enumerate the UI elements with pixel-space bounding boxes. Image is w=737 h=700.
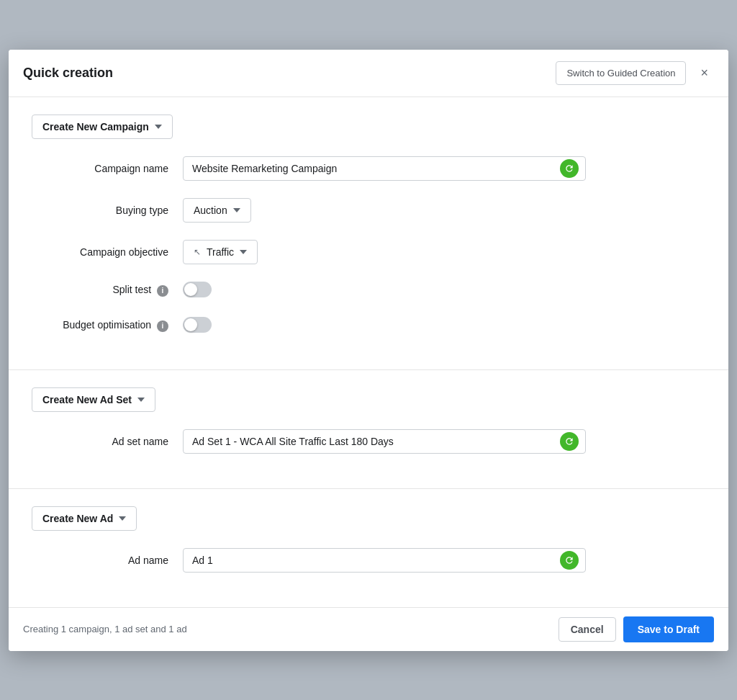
split-test-slider (183, 282, 212, 297)
ad-set-chevron-icon (137, 398, 145, 402)
modal-title: Quick creation (23, 66, 113, 81)
campaign-objective-dropdown[interactable]: ↖ Traffic (183, 240, 258, 264)
buying-type-chevron-icon (233, 208, 240, 212)
ad-name-wrapper (183, 548, 586, 573)
ad-name-input[interactable] (183, 548, 586, 573)
ad-set-name-wrapper (183, 429, 586, 454)
create-ad-label: Create New Ad (42, 513, 113, 524)
ad-name-refresh-icon[interactable] (560, 551, 579, 570)
modal-overlay: Quick creation Switch to Guided Creation… (0, 0, 737, 700)
create-ad-set-label: Create New Ad Set (42, 394, 132, 405)
ad-section: Create New Ad Ad name (9, 489, 728, 607)
save-draft-button[interactable]: Save to Draft (623, 616, 714, 642)
budget-optimisation-info-icon[interactable]: i (157, 320, 168, 332)
campaign-objective-wrapper: ↖ Traffic (183, 240, 586, 264)
campaign-name-row: Campaign name (32, 156, 705, 181)
budget-optimisation-row: Budget optimisation i (32, 317, 705, 335)
header-actions: Switch to Guided Creation × (556, 61, 714, 85)
campaign-name-refresh-icon[interactable] (560, 159, 579, 178)
cancel-button[interactable]: Cancel (559, 617, 616, 642)
modal-body: Create New Campaign Campaign name Buy (9, 97, 728, 607)
split-test-row: Split test i (32, 282, 705, 300)
campaign-section: Create New Campaign Campaign name Buy (9, 97, 728, 369)
campaign-name-input[interactable] (183, 156, 586, 181)
create-ad-button[interactable]: Create New Ad (32, 506, 137, 531)
ad-set-name-label: Ad set name (32, 436, 183, 447)
create-ad-set-button[interactable]: Create New Ad Set (32, 387, 155, 412)
objective-chevron-icon (240, 250, 247, 254)
switch-guided-button[interactable]: Switch to Guided Creation (556, 61, 686, 85)
split-test-info-icon[interactable]: i (157, 285, 168, 297)
buying-type-dropdown[interactable]: Auction (183, 198, 251, 223)
buying-type-value: Auction (194, 205, 227, 216)
create-campaign-label: Create New Campaign (42, 121, 149, 133)
campaign-name-wrapper (183, 156, 586, 181)
ad-chevron-icon (119, 516, 126, 521)
cursor-icon: ↖ (194, 247, 201, 257)
campaign-objective-row: Campaign objective ↖ Traffic (32, 240, 705, 264)
close-button[interactable]: × (695, 63, 714, 82)
campaign-name-label: Campaign name (32, 163, 183, 174)
ad-name-row: Ad name (32, 548, 705, 573)
split-test-label: Split test i (32, 284, 183, 297)
modal-footer: Creating 1 campaign, 1 ad set and 1 ad C… (9, 607, 728, 651)
ad-set-name-input[interactable] (183, 429, 586, 454)
buying-type-label: Buying type (32, 205, 183, 216)
footer-actions: Cancel Save to Draft (559, 616, 714, 642)
ad-set-name-refresh-icon[interactable] (560, 432, 579, 451)
campaign-objective-label: Campaign objective (32, 246, 183, 258)
budget-optimisation-toggle-wrapper (183, 317, 586, 335)
modal-header: Quick creation Switch to Guided Creation… (9, 50, 728, 97)
buying-type-wrapper: Auction (183, 198, 586, 223)
ad-set-refresh-svg (564, 436, 574, 447)
ad-set-name-row: Ad set name (32, 429, 705, 454)
chevron-down-icon (155, 125, 162, 129)
create-campaign-button[interactable]: Create New Campaign (32, 115, 173, 139)
split-test-toggle-wrapper (183, 282, 586, 300)
budget-optimisation-slider (183, 317, 212, 333)
campaign-objective-value: Traffic (207, 246, 234, 258)
buying-type-row: Buying type Auction (32, 198, 705, 223)
split-test-toggle[interactable] (183, 282, 212, 297)
ad-name-label: Ad name (32, 555, 183, 566)
budget-optimisation-label: Budget optimisation i (32, 319, 183, 332)
ad-refresh-svg (564, 555, 574, 565)
footer-status: Creating 1 campaign, 1 ad set and 1 ad (23, 624, 187, 634)
ad-set-section: Create New Ad Set Ad set name (9, 370, 728, 488)
budget-optimisation-toggle[interactable] (183, 317, 212, 333)
refresh-svg (564, 163, 574, 174)
quick-creation-modal: Quick creation Switch to Guided Creation… (9, 50, 728, 651)
